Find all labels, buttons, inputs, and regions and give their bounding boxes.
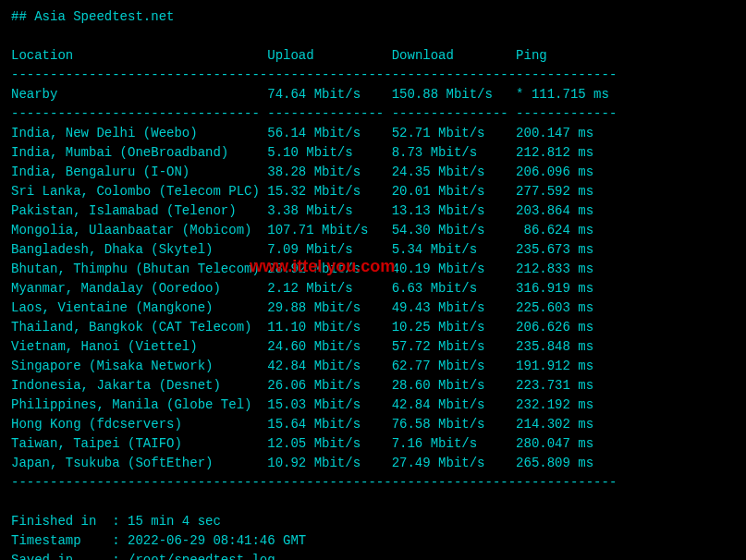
header-ping: Ping xyxy=(516,48,547,63)
header-download: Download xyxy=(392,48,516,63)
divider-mid: -------------------------------- -------… xyxy=(11,106,617,121)
divider-bottom: ----------------------------------------… xyxy=(11,475,617,490)
nearby-row: Nearby 74.64 Mbit/s 150.88 Mbit/s * 111.… xyxy=(11,87,609,102)
divider-top: ----------------------------------------… xyxy=(11,67,617,82)
title: ## Asia Speedtest.net xyxy=(11,9,174,24)
data-rows: India, New Delhi (Weebo) 56.14 Mbit/s 52… xyxy=(11,126,593,470)
header-upload: Upload xyxy=(267,48,391,63)
footer-saved: Saved in : /root/speedtest.log xyxy=(11,553,275,560)
header-location: Location xyxy=(11,48,267,63)
footer-timestamp: Timestamp : 2022-06-29 08:41:46 GMT xyxy=(11,533,306,548)
footer-finished: Finished in : 15 min 4 sec xyxy=(11,514,221,529)
terminal-output: ## Asia Speedtest.net Location Upload Do… xyxy=(0,0,746,560)
header-row: Location Upload Download Ping xyxy=(11,48,547,63)
